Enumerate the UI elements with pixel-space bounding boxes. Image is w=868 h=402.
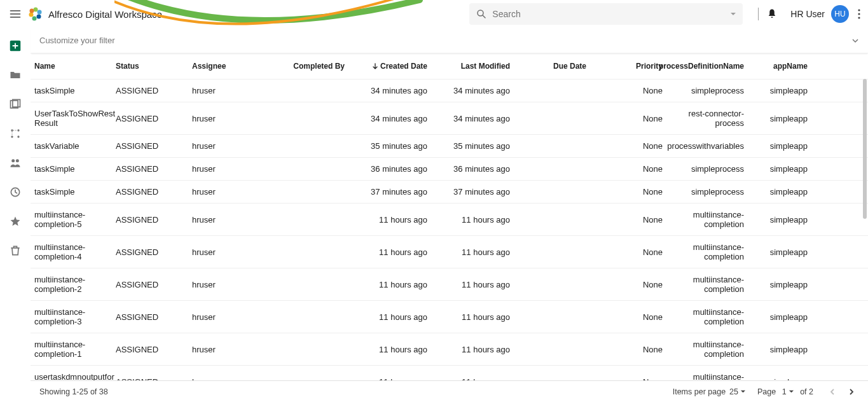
page-of-label: of 2 (798, 387, 813, 396)
cell-completedBy (268, 242, 345, 261)
column-header[interactable]: Created Date (345, 62, 427, 71)
svg-point-9 (858, 9, 860, 11)
svg-point-5 (29, 13, 34, 17)
cell-name: taskSimple (34, 86, 116, 95)
search-type-dropdown-icon[interactable] (730, 11, 736, 17)
filter-label: Customize your filter (39, 36, 114, 45)
svg-point-10 (858, 13, 860, 15)
table-row[interactable]: taskVariableASSIGNEDhruser35 minutes ago… (31, 134, 868, 157)
cell-priority: None (586, 109, 663, 128)
cell-name: taskSimple (34, 187, 116, 197)
cell-pdn: processwithvariables (663, 141, 744, 151)
cell-status: ASSIGNED (116, 242, 192, 261)
more-menu-icon[interactable] (858, 9, 860, 19)
svg-point-11 (858, 17, 860, 18)
svg-point-1 (34, 8, 38, 12)
search-input[interactable] (492, 9, 730, 19)
cell-assignee: hruser (192, 164, 268, 174)
cell-app: simpleapp (744, 86, 808, 95)
cell-pdn: rest-connector-process (663, 109, 744, 128)
table-row[interactable]: multiinstance-completion-4ASSIGNEDhruser… (31, 235, 868, 268)
cell-due (510, 164, 586, 174)
column-header[interactable]: Assignee (192, 62, 268, 71)
expand-filter-icon[interactable] (851, 37, 859, 45)
rail-shared-icon[interactable] (8, 155, 23, 170)
cell-created: 35 minutes ago (345, 141, 427, 151)
menu-icon[interactable] (8, 6, 23, 22)
cell-name: multiinstance-completion-1 (34, 340, 116, 359)
cell-completedBy (268, 307, 345, 326)
table-row[interactable]: UserTaskToShowRestResultASSIGNEDhruser34… (31, 102, 868, 134)
table-row[interactable]: multiinstance-completion-5ASSIGNEDhruser… (31, 203, 868, 235)
column-header[interactable]: Last Modified (427, 62, 510, 71)
cell-created: 11 hours ago (345, 210, 427, 229)
cell-app: simpleapp (744, 307, 808, 326)
cell-priority: None (586, 187, 663, 197)
cell-priority: None (586, 372, 663, 380)
table-row[interactable]: multiinstance-completion-2ASSIGNEDhruser… (31, 268, 868, 300)
cell-due (510, 242, 586, 261)
column-header[interactable]: Priority (586, 62, 663, 71)
svg-point-3 (37, 15, 41, 19)
table-row[interactable]: taskSimpleASSIGNEDhruser34 minutes ago34… (31, 79, 868, 102)
rail-trash-icon[interactable] (8, 243, 23, 258)
cell-priority: None (586, 210, 663, 229)
rail-new-icon[interactable] (8, 38, 23, 53)
sort-desc-icon (372, 63, 378, 69)
table-row[interactable]: multiinstance-completion-3ASSIGNEDhruser… (31, 300, 868, 333)
rail-libraries-icon[interactable] (8, 97, 23, 112)
cell-name: multiinstance-completion-3 (34, 307, 116, 326)
column-header[interactable]: processDefinitionName (663, 62, 744, 71)
cell-name: usertaskdmnoutputform (34, 372, 116, 380)
rail-favorites-icon[interactable] (8, 214, 23, 229)
column-header[interactable]: appName (744, 62, 808, 71)
column-label: Completed By (293, 62, 345, 71)
cell-priority: None (586, 307, 663, 326)
cell-pdn: multiinstance-dmnsequence (663, 372, 744, 380)
items-per-page-select[interactable]: 25 (729, 387, 746, 396)
svg-point-7 (478, 10, 483, 16)
cell-name: UserTaskToShowRestResult (34, 109, 116, 128)
column-header[interactable]: Status (116, 62, 192, 71)
rail-process-icon[interactable] (8, 126, 23, 141)
cell-completedBy (268, 372, 345, 380)
table-row[interactable]: taskSimpleASSIGNEDhruser36 minutes ago36… (31, 157, 868, 180)
page-select[interactable]: Page 1 (757, 387, 794, 396)
filter-bar[interactable]: Customize your filter (31, 28, 868, 53)
scrollbar[interactable] (863, 79, 867, 380)
next-page-button[interactable] (844, 384, 859, 399)
prev-page-button[interactable] (825, 384, 840, 399)
cell-pdn: simpleprocess (663, 164, 744, 174)
search-box[interactable] (469, 3, 743, 25)
column-header[interactable]: Due Date (510, 62, 586, 71)
avatar[interactable]: HU (831, 5, 849, 23)
cell-assignee: hruser (192, 210, 268, 229)
app-title: Alfresco Digital Workspace (48, 9, 162, 20)
table-row[interactable]: usertaskdmnoutputformASSIGNEDhruser11 ho… (31, 365, 868, 380)
notifications-icon[interactable] (766, 8, 778, 20)
svg-line-8 (483, 15, 486, 18)
cell-name: multiinstance-completion-5 (34, 210, 116, 229)
column-header[interactable]: Completed By (268, 62, 345, 71)
table-row[interactable]: taskSimpleASSIGNEDhruser37 minutes ago37… (31, 180, 868, 203)
cell-modified: 37 minutes ago (427, 187, 510, 197)
user-name: HR User (790, 9, 825, 19)
cell-created: 37 minutes ago (345, 187, 427, 197)
column-label: Status (116, 62, 139, 71)
cell-created: 34 minutes ago (345, 86, 427, 95)
cell-modified: 11 hours ago (427, 372, 510, 380)
rail-folder-icon[interactable] (8, 67, 23, 83)
cell-pdn: simpleprocess (663, 86, 744, 95)
cell-completedBy (268, 340, 345, 359)
cell-assignee: hruser (192, 307, 268, 326)
cell-modified: 34 minutes ago (427, 86, 510, 95)
rail-recent-icon[interactable] (8, 184, 23, 200)
cell-completedBy (268, 164, 345, 174)
alfresco-logo (28, 6, 43, 22)
cell-due (510, 210, 586, 229)
cell-modified: 11 hours ago (427, 275, 510, 294)
cell-app: simpleapp (744, 141, 808, 151)
column-header[interactable]: Name (34, 62, 116, 71)
svg-point-18 (17, 135, 19, 137)
table-row[interactable]: multiinstance-completion-1ASSIGNEDhruser… (31, 333, 868, 365)
